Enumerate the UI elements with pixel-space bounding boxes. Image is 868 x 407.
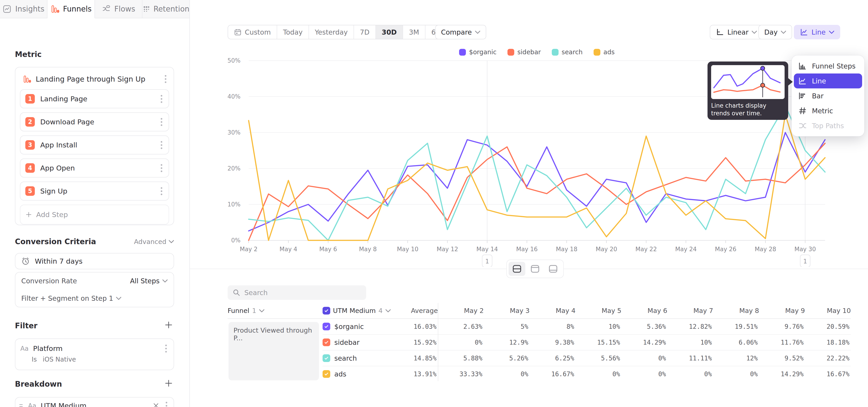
range-today[interactable]: Today xyxy=(277,25,309,39)
add-breakdown-button[interactable] xyxy=(164,379,173,388)
tab-flows[interactable]: Flows xyxy=(95,0,143,18)
select-all-checkbox[interactable] xyxy=(322,307,330,315)
day-value: 16.67% xyxy=(530,370,576,378)
chevron-down-icon xyxy=(752,31,757,34)
kebab-menu-icon[interactable] xyxy=(159,162,164,174)
tab-retention[interactable]: Retention xyxy=(143,0,190,18)
conversion-window-label: Within 7 days xyxy=(35,257,83,265)
day-value: 14.29% xyxy=(759,370,805,378)
series-organic[interactable] xyxy=(249,132,825,231)
day-value: 15.15% xyxy=(576,339,621,346)
funnel-cell[interactable]: Product Viewed through P... xyxy=(228,322,319,380)
funnel-column: Product Viewed through P... xyxy=(228,319,322,382)
compare-button[interactable]: Compare xyxy=(435,25,486,39)
metric-icon xyxy=(798,106,807,115)
funnel-step[interactable]: 1Landing Page xyxy=(20,89,169,108)
search-input[interactable] xyxy=(244,288,361,297)
day-value: 9.38% xyxy=(530,339,576,346)
add-filter-button[interactable] xyxy=(164,320,173,330)
menu-item-line[interactable]: Line xyxy=(794,73,862,88)
annotation-badge[interactable]: 1 xyxy=(482,255,492,267)
filter-segment-label: Filter + Segment on Step 1 xyxy=(21,294,113,302)
step-label: App Install xyxy=(40,141,153,149)
chart-only-toggle[interactable] xyxy=(527,262,544,276)
table-row[interactable]: ads13.91%33.33%0%16.67%0%0%0%0%14.29%16.… xyxy=(322,366,851,382)
chart-type-dropdown[interactable]: Line xyxy=(794,25,840,39)
kebab-menu-icon[interactable] xyxy=(164,400,169,407)
day-value: 12.9% xyxy=(484,339,530,346)
layout-toggles xyxy=(506,259,564,278)
range-label: Custom xyxy=(245,28,271,36)
funnel-metric-title-row[interactable]: Landing Page through Sign Up xyxy=(16,67,174,87)
breakdown-card[interactable]: Aa UTM Medium xyxy=(15,397,174,407)
funnel-step[interactable]: 2Download Page xyxy=(20,113,169,131)
funnel-step[interactable]: 5Sign Up xyxy=(20,182,169,200)
funnel-column-header[interactable]: Funnel1 xyxy=(228,307,322,315)
kebab-menu-icon[interactable] xyxy=(163,73,168,85)
funnel-step[interactable]: 3App Install xyxy=(20,135,169,154)
tab-insights[interactable]: Insights xyxy=(0,0,48,18)
menu-item-funnel-steps[interactable]: Funnel Steps xyxy=(794,59,862,73)
segment-checkbox[interactable] xyxy=(322,323,330,330)
average-value: 15.92% xyxy=(392,339,438,346)
conversion-rate-card: Conversion Rate All Steps Filter + Segme… xyxy=(15,272,174,307)
average-value: 16.03% xyxy=(392,323,438,330)
range-label: Today xyxy=(283,28,303,36)
series-ads[interactable] xyxy=(249,115,825,241)
chevron-down-icon xyxy=(385,309,391,312)
day-value: 22.22% xyxy=(805,354,851,362)
drag-handle-icon[interactable] xyxy=(19,403,24,407)
day-value: 19.51% xyxy=(713,323,759,330)
table-row[interactable]: sidebar15.92%0%12.9%9.38%15.15%14.29%10%… xyxy=(322,334,851,350)
kebab-menu-icon[interactable] xyxy=(163,343,168,354)
day-value: 16.67% xyxy=(805,370,851,378)
breakdown-col-label: UTM Medium xyxy=(333,307,376,315)
breakdown-table: Funnel1UTM Medium4AverageMay 2May 3May 4… xyxy=(228,303,851,382)
filter-condition-row[interactable]: Is iOS Native xyxy=(20,354,168,364)
day-value: 10% xyxy=(576,323,621,330)
segment-checkbox[interactable] xyxy=(322,339,330,346)
menu-item-metric[interactable]: Metric xyxy=(794,103,862,118)
interval-dropdown[interactable]: Day xyxy=(758,25,792,39)
table-row[interactable]: $organic16.03%2.63%5%8%10%5.36%12.82%19.… xyxy=(322,319,851,334)
annotation-badge[interactable]: 1 xyxy=(800,255,810,267)
kebab-menu-icon[interactable] xyxy=(159,139,164,151)
range-custom[interactable]: Custom xyxy=(228,25,277,39)
all-steps-dropdown[interactable]: All Steps xyxy=(130,277,168,285)
range-yesterday[interactable]: Yesterday xyxy=(309,25,354,39)
kebab-menu-icon[interactable] xyxy=(159,185,164,197)
table-only-toggle[interactable] xyxy=(545,262,561,276)
split-view-toggle[interactable] xyxy=(508,262,525,276)
interval-label: Day xyxy=(764,28,778,36)
svg-text:May 14: May 14 xyxy=(476,246,498,253)
funnel-step[interactable]: 4App Open xyxy=(20,158,169,178)
range-7d[interactable]: 7D xyxy=(353,25,375,39)
segment-checkbox[interactable] xyxy=(322,354,330,362)
remove-breakdown-icon[interactable] xyxy=(153,402,159,407)
advanced-toggle[interactable]: Advanced xyxy=(134,238,174,246)
filter-property-row[interactable]: Aa Platform xyxy=(20,343,168,354)
kebab-menu-icon[interactable] xyxy=(159,116,164,128)
range-30d[interactable]: 30D xyxy=(375,25,403,39)
scale-dropdown[interactable]: Linear xyxy=(710,25,763,39)
advanced-label: Advanced xyxy=(134,238,166,246)
tooltip-text: Line charts display trends over time. xyxy=(711,102,784,117)
check-icon xyxy=(324,324,329,329)
menu-item-bar[interactable]: Bar xyxy=(794,88,862,103)
svg-text:1: 1 xyxy=(485,258,489,265)
conversion-window-row[interactable]: Within 7 days xyxy=(15,253,174,269)
day-column-header: May 7 xyxy=(667,307,713,315)
day-value: 5.26% xyxy=(484,354,530,362)
kebab-menu-icon[interactable] xyxy=(159,93,164,105)
segment-checkbox[interactable] xyxy=(322,370,330,378)
add-step-button[interactable]: Add Step xyxy=(20,205,169,224)
filter-segment-dropdown[interactable]: Filter + Segment on Step 1 xyxy=(21,294,168,302)
metric-heading: Metric xyxy=(15,50,41,59)
breakdown-column-header[interactable]: UTM Medium4 xyxy=(322,307,392,315)
day-column-header: May 2 xyxy=(438,307,484,315)
range-3m[interactable]: 3M xyxy=(403,25,425,39)
step-label: Sign Up xyxy=(40,187,153,195)
table-row[interactable]: search14.85%5.88%5.26%6.25%5.56%0%11.11%… xyxy=(322,350,851,366)
tab-funnels[interactable]: Funnels xyxy=(48,0,95,18)
segment-name: ads xyxy=(334,370,346,378)
